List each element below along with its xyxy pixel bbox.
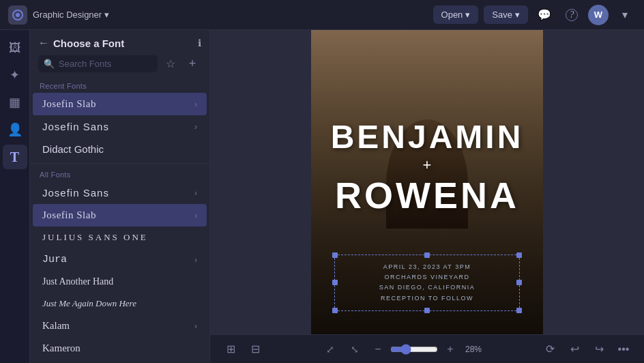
zoom-out-button[interactable]: − [370,341,386,358]
chat-button[interactable]: 💬 [533,4,555,26]
detail-line2: ORCHARDS VINEYARD [385,274,470,280]
zoom-in-button[interactable]: + [442,341,458,358]
handle-tm[interactable] [424,252,430,258]
selected-text-box[interactable]: APRIL 23, 2023 AT 3PM ORCHARDS VINEYARD … [334,255,520,311]
detail-line4: RECEPTION TO FOLLOW [381,295,473,302]
info-icon: ℹ [198,38,201,48]
section-divider [30,163,209,164]
crop-button[interactable]: ⤡ [345,340,364,359]
app-logo[interactable] [8,5,27,25]
add-font-button[interactable]: + [184,55,201,72]
fit-icon: ⤢ [326,344,334,355]
layouts-icon: ▦ [9,95,20,110]
grid-button[interactable]: ⊟ [246,340,265,359]
star-icon: ☆ [166,57,175,70]
handle-tl[interactable] [332,252,338,258]
sidebar-item-people[interactable]: 👤 [3,117,27,142]
bt-right-group: ⟳ ↩ ↪ ••• [540,340,633,359]
favorites-button[interactable]: ☆ [162,55,179,72]
name-benjamin: BENJAMIN [311,121,543,154]
history-button[interactable]: ⟳ [540,340,559,359]
canvas[interactable]: BENJAMIN + ROWENA [311,30,543,334]
font-item-julius-sans[interactable]: JULIUS SANS ONE [33,227,207,248]
handle-bm[interactable] [424,308,430,313]
sidebar-item-layouts[interactable]: ▦ [3,90,27,115]
font-item-josefin-sans-all[interactable]: Josefin Sans › [33,182,207,204]
topbar-more-button[interactable]: ▾ [614,4,636,26]
handle-mr[interactable] [516,280,522,285]
font-item-jura[interactable]: Jura › [33,248,207,271]
font-name: Josefin Slab [42,98,194,110]
canvas-area: BENJAMIN + ROWENA [210,30,644,363]
layers-button[interactable]: ⊞ [221,340,240,359]
font-name: JULIUS SANS ONE [42,232,197,243]
font-name: Jura [42,254,194,265]
font-item-just-another-hand[interactable]: Just Another Hand [33,271,207,293]
name-rowena: ROWENA [311,177,543,214]
help-button[interactable]: ? [561,4,583,26]
sidebar-item-elements[interactable]: ✦ [3,63,27,87]
font-panel-back-button[interactable]: ← [38,37,49,49]
font-list: Recent Fonts Josefin Slab › Josefin Sans… [30,78,209,363]
font-item-josefin-slab-recent[interactable]: Josefin Slab › [33,93,207,115]
font-item-karla[interactable]: Karla › [33,360,207,363]
more-button[interactable]: ••• [614,340,633,359]
app-name-label: Graphic Designer [33,10,102,20]
font-panel-header: ← Choose a Font ℹ [30,30,209,55]
bt-center-group: ⤢ ⤡ − + 28% [321,340,484,359]
app-name-button[interactable]: Graphic Designer ▾ [33,10,109,20]
font-panel-title: Choose a Font [53,38,194,49]
more-icon: ••• [618,343,630,355]
undo-button[interactable]: ↩ [565,340,584,359]
redo-icon: ↪ [595,343,604,355]
grid-icon: ⊟ [251,343,260,355]
elements-icon: ✦ [10,68,20,83]
arrow-icon: › [194,255,197,265]
font-search-row: 🔍 ☆ + [30,55,209,78]
font-name: Just Me Again Down Here [42,298,197,309]
font-item-didact-gothic[interactable]: Didact Gothic [33,138,207,160]
avatar[interactable]: W [588,5,609,25]
handle-tr[interactable] [516,252,522,258]
font-panel-info-button[interactable]: ℹ [198,38,201,48]
handle-ml[interactable] [332,280,338,285]
sidebar-item-photos[interactable]: 🖼 [3,35,27,60]
redo-button[interactable]: ↪ [589,340,609,359]
main-area: 🖼 ✦ ▦ 👤 T ← Choose a Font ℹ 🔍 [0,30,644,363]
fit-view-button[interactable]: ⤢ [321,340,340,359]
font-name: Josefin Sans [42,187,194,199]
save-button[interactable]: Save ▾ [484,5,528,24]
arrow-icon: › [194,211,197,220]
history-icon: ⟳ [546,343,555,355]
font-name: Kalam [42,320,194,332]
font-name: Just Another Hand [42,276,197,287]
topbar: Graphic Designer ▾ Open ▾ Save ▾ 💬 ? W ▾ [0,0,644,30]
font-item-josefin-sans-recent[interactable]: Josefin Sans › [33,115,207,138]
layers-icon: ⊞ [226,343,235,355]
canvas-scroll[interactable]: BENJAMIN + ROWENA [210,30,644,334]
font-item-kameron[interactable]: Kameron [33,337,207,360]
search-icon: 🔍 [44,59,55,69]
font-item-josefin-slab-all[interactable]: Josefin Slab › [33,204,207,227]
font-panel: ← Choose a Font ℹ 🔍 ☆ + Recent Fonts J [30,30,210,363]
zoom-control: − + 28% [370,341,484,358]
arrow-icon: › [194,100,197,109]
zoom-slider[interactable] [390,344,438,355]
back-arrow-icon: ← [38,37,49,49]
help-icon: ? [566,9,578,21]
search-input[interactable] [59,59,152,69]
icon-sidebar: 🖼 ✦ ▦ 👤 T [0,30,30,363]
sidebar-item-text[interactable]: T [3,145,27,169]
open-button[interactable]: Open ▾ [433,5,479,24]
canvas-wrapper: BENJAMIN + ROWENA [311,30,543,334]
font-name: Josefin Sans [42,121,194,132]
arrow-icon: › [194,188,197,198]
detail-line3: SAN DIEGO, CALIFORNIA [379,284,475,291]
bottom-toolbar: ⊞ ⊟ ⤢ ⤡ − + [210,334,644,363]
app-name-chevron: ▾ [104,10,109,20]
font-item-kalam[interactable]: Kalam › [33,315,207,337]
zoom-plus-icon: + [447,343,453,355]
handle-bl[interactable] [332,308,338,313]
font-item-just-me[interactable]: Just Me Again Down Here [33,293,207,315]
handle-br[interactable] [516,308,522,313]
